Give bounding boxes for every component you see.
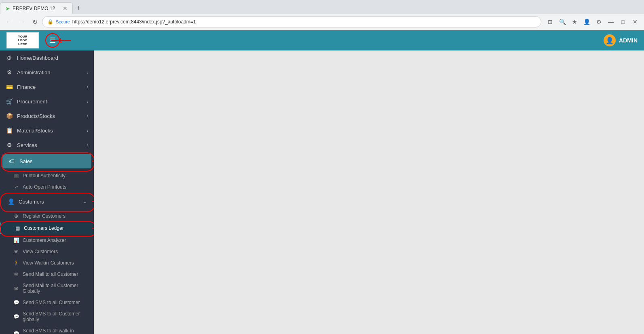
sidebar-item-customers-analyzer[interactable]: 📊 Customers Analyzer (0, 235, 94, 246)
browser-toolbar: ← → ↻ 🔒 Secure https://demo12.erprev.com… (0, 14, 644, 30)
products-stocks-arrow-icon: ‹ (87, 113, 88, 118)
send-mail-globally-icon: ✉ (13, 286, 19, 291)
administration-icon: ⚙ (6, 69, 13, 76)
sidebar-item-register-customers-label: Register Customers (23, 213, 65, 219)
sidebar-item-send-sms-globally[interactable]: 💬 Send SMS to all Customer globally (0, 308, 94, 325)
send-mail-all-icon: ✉ (13, 271, 19, 277)
back-button[interactable]: ← (3, 16, 15, 27)
sidebar-item-procurement-label: Procurement (17, 99, 82, 105)
tab-title: ERPREV DEMO 12 (13, 6, 55, 11)
sidebar-item-procurement[interactable]: 🛒 Procurement ‹ (0, 94, 94, 109)
annotation-1-arrow (51, 40, 71, 41)
new-tab-button[interactable]: + (73, 2, 84, 14)
tab-favicon-icon: ➤ (5, 5, 10, 12)
annotation-3-line (92, 201, 94, 202)
services-icon: ⚙ (6, 142, 13, 148)
sidebar-item-customers-ledger[interactable]: ▤ Customers Ledger (0, 223, 94, 234)
forward-button[interactable]: → (16, 16, 27, 27)
services-arrow-icon: ‹ (87, 143, 88, 147)
sidebar-item-home-label: Home/Dashboard (17, 55, 88, 61)
home-icon: ⊕ (6, 55, 13, 61)
admin-avatar: 👤 (604, 34, 616, 46)
sidebar-item-view-walkin-customers-label: View Walkin-Customers (23, 260, 74, 266)
sidebar-item-send-mail-globally[interactable]: ✉ Send Mail to all Customer Globally (0, 280, 94, 297)
sidebar-item-view-customers[interactable]: 👁 View Customers (0, 246, 94, 257)
tab-close-button[interactable]: ✕ (63, 5, 68, 12)
view-walkin-customers-icon: 🚶 (13, 260, 19, 266)
sidebar-item-register-customers[interactable]: ⊕ Register Customers (0, 210, 94, 222)
sidebar-item-services-label: Services (17, 142, 82, 148)
maximize-icon[interactable]: □ (617, 16, 629, 27)
browser-toolbar-icons: ⊡ 🔍 ★ 👤 ⚙ — □ ✕ (545, 16, 641, 27)
lock-icon: 🔒 (47, 19, 53, 25)
browser-tabs: ➤ ERPREV DEMO 12 ✕ + (0, 0, 644, 14)
register-customers-icon: ⊕ (13, 213, 19, 219)
finance-icon: 💳 (6, 84, 13, 90)
zoom-icon[interactable]: 🔍 (557, 16, 568, 27)
admin-label: ADMIN (619, 37, 638, 44)
profile-icon[interactable]: 👤 (581, 16, 592, 27)
sidebar-item-services[interactable]: ⚙ Services ‹ (0, 138, 94, 152)
procurement-arrow-icon: ‹ (87, 99, 88, 104)
procurement-icon: 🛒 (6, 98, 13, 105)
sidebar-item-customers-label: Customers (19, 199, 79, 205)
bookmark-icon[interactable]: ★ (569, 16, 580, 27)
customers-analyzer-icon: 📊 (13, 237, 19, 243)
sidebar-item-material-stocks[interactable]: 📋 Material/Stocks ‹ (0, 123, 94, 138)
customers-ledger-icon: ▤ (14, 225, 21, 231)
browser-tab-active[interactable]: ➤ ERPREV DEMO 12 ✕ (0, 2, 73, 14)
sidebar-item-products-stocks[interactable]: 📦 Products/Stocks ‹ (0, 109, 94, 123)
admin-section: 👤 ADMIN (604, 34, 638, 46)
sidebar-item-printout-authenticity[interactable]: ▤ Printout Authenticity (0, 170, 94, 181)
url-display: https://demo12.erprev.com:8443/index.jsp… (72, 19, 196, 25)
sidebar-item-send-sms-all[interactable]: 💬 Send SMS to all Customer (0, 297, 94, 308)
address-bar[interactable]: 🔒 Secure https://demo12.erprev.com:8443/… (42, 16, 541, 27)
sidebar-item-customers[interactable]: 👤 Customers ⌄ (2, 194, 92, 209)
sidebar-item-customers-ledger-label: Customers Ledger (24, 225, 64, 231)
cast-icon[interactable]: ⊡ (545, 16, 556, 27)
sidebar-item-auto-open-printouts[interactable]: ↗ Auto Open Printouts (0, 181, 94, 193)
sidebar-item-send-sms-walkin[interactable]: 💬 Send SMS to all walk-in Customer (0, 325, 94, 334)
customers-arrow-icon: ⌄ (83, 199, 87, 204)
sidebar-item-material-stocks-label: Material/Stocks (17, 128, 82, 134)
sidebar-item-administration-label: Administration (17, 69, 82, 76)
app-header: YOURLOGOHERE ☰ 1 👤 ADMIN (0, 30, 644, 50)
material-stocks-arrow-icon: ‹ (87, 128, 88, 133)
sidebar-item-send-sms-globally-label: Send SMS to all Customer globally (23, 311, 88, 322)
sidebar-item-send-mail-globally-label: Send Mail to all Customer Globally (23, 283, 88, 294)
sidebar-item-finance[interactable]: 💳 Finance ‹ (0, 80, 94, 94)
sidebar-item-sales[interactable]: 🏷 Sales (2, 154, 91, 168)
sidebar-item-administration[interactable]: ⚙ Administration ‹ (0, 65, 94, 80)
sidebar-item-send-sms-walkin-label: Send SMS to all walk-in Customer (23, 328, 88, 334)
printout-authenticity-icon: ▤ (13, 173, 19, 179)
sidebar-item-view-customers-label: View Customers (23, 249, 58, 254)
reload-button[interactable]: ↻ (29, 16, 40, 27)
extensions-icon[interactable]: ⚙ (593, 16, 604, 27)
sidebar-item-customers-analyzer-label: Customers Analyzer (23, 237, 66, 243)
browser-chrome: ➤ ERPREV DEMO 12 ✕ + ← → ↻ 🔒 Secure http… (0, 0, 644, 30)
sidebar-item-view-walkin-customers[interactable]: 🚶 View Walkin-Customers (0, 257, 94, 269)
auto-open-printouts-icon: ↗ (13, 184, 19, 190)
send-sms-walkin-icon: 💬 (13, 331, 19, 334)
main-content (94, 50, 644, 334)
sidebar-item-send-mail-all-label: Send Mail to all Customer (23, 271, 78, 277)
logo: YOURLOGOHERE (6, 32, 39, 48)
sidebar-item-finance-label: Finance (17, 84, 82, 90)
main-area: ⊕ Home/Dashboard ⚙ Administration ‹ 💳 Fi… (0, 50, 644, 334)
sidebar-item-printout-authenticity-label: Printout Authenticity (23, 173, 65, 179)
annotation-2-line (92, 161, 94, 162)
products-stocks-icon: 📦 (6, 113, 13, 119)
sidebar-item-products-stocks-label: Products/Stocks (17, 113, 82, 119)
sidebar-item-home[interactable]: ⊕ Home/Dashboard (0, 50, 94, 65)
app-wrapper: YOURLOGOHERE ☰ 1 👤 ADMIN ⊕ Home/Dashboar… (0, 30, 644, 334)
secure-label: Secure (56, 19, 70, 24)
finance-arrow-icon: ‹ (87, 84, 88, 89)
close-window-icon[interactable]: ✕ (629, 16, 641, 27)
send-sms-globally-icon: 💬 (13, 314, 19, 319)
customers-icon: 👤 (7, 198, 15, 205)
sidebar-item-sales-label: Sales (19, 158, 86, 164)
send-sms-all-icon: 💬 (13, 300, 19, 305)
sales-icon: 🏷 (8, 158, 15, 164)
sidebar-item-send-mail-all[interactable]: ✉ Send Mail to all Customer (0, 269, 94, 280)
minimize-icon[interactable]: — (605, 16, 617, 27)
